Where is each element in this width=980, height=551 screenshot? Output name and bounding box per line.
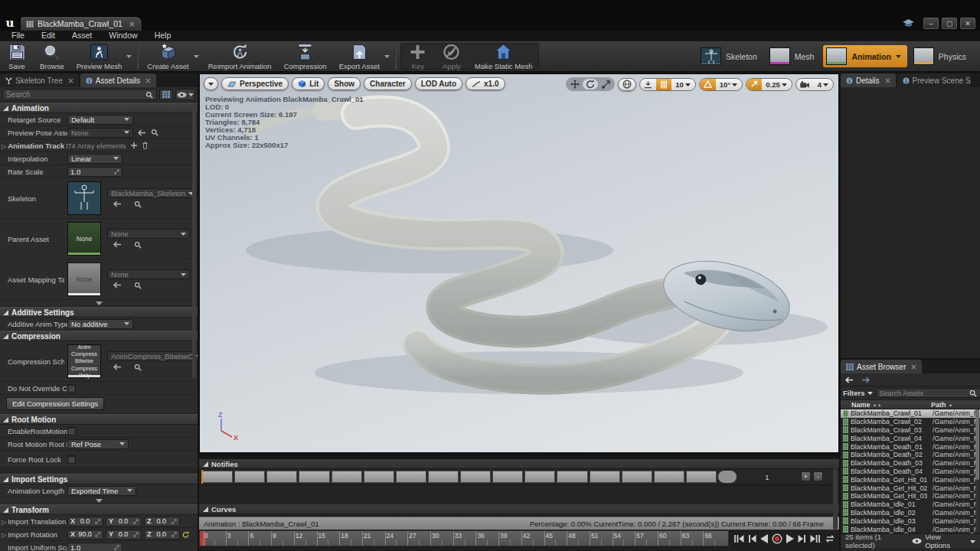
use-selected-icon[interactable] bbox=[113, 241, 122, 249]
notify-track-cell[interactable] bbox=[234, 471, 265, 483]
notify-track-cell[interactable] bbox=[364, 471, 394, 483]
tab-close-icon[interactable] bbox=[129, 21, 135, 27]
parent-asset-thumbnail[interactable]: None bbox=[67, 222, 101, 256]
lit-button[interactable]: Lit bbox=[292, 77, 325, 90]
asset-row-BlackMamba_Get_Hit_03[interactable]: BlackMamba_Get_Hit_03/Game/Anim_M bbox=[841, 492, 980, 500]
reset-to-default-icon[interactable] bbox=[182, 531, 189, 538]
record-button[interactable] bbox=[772, 533, 782, 544]
drag-spinner-icon[interactable] bbox=[114, 169, 119, 174]
rotation-z-input[interactable]: Z0.0 bbox=[144, 530, 180, 540]
grid-snap-value[interactable]: 10 bbox=[671, 80, 695, 89]
notify-playhead[interactable] bbox=[201, 470, 203, 484]
create-asset-button[interactable]: Create Asset bbox=[141, 42, 194, 71]
section-animation[interactable]: Animation bbox=[0, 103, 198, 113]
collapsed-arrow-icon[interactable]: ▷ bbox=[2, 532, 8, 539]
history-back-icon[interactable] bbox=[845, 377, 854, 383]
retarget-source-dropdown[interactable]: Default bbox=[67, 115, 133, 125]
preview-pose-dropdown[interactable]: None bbox=[67, 128, 133, 138]
drag-spinner-icon[interactable] bbox=[114, 545, 119, 550]
notify-track-cell[interactable] bbox=[622, 471, 652, 483]
asset-row-BlackMamba_Crawl_01[interactable]: BlackMamba_Crawl_01/Game/Anim_M bbox=[841, 409, 980, 418]
compression-scheme-thumbnail[interactable]: Anim Compress Bitwise Compress Only bbox=[67, 344, 101, 378]
enable-root-motion-checkbox[interactable] bbox=[67, 427, 76, 435]
asset-row-BlackMamba_Death_02[interactable]: BlackMamba_Death_02/Game/Anim_M bbox=[841, 451, 980, 459]
go-to-front-button[interactable] bbox=[733, 534, 744, 543]
close-button[interactable]: ✕ bbox=[960, 18, 975, 29]
surface-snap-button[interactable] bbox=[640, 79, 656, 90]
maximize-button[interactable]: ▢ bbox=[942, 18, 957, 29]
mode-animation-dropdown-icon[interactable] bbox=[896, 55, 901, 58]
camera-speed-button[interactable] bbox=[796, 79, 814, 90]
force-root-lock-checkbox[interactable] bbox=[67, 455, 76, 464]
asset-row-BlackMamba_Get_Hit_01[interactable]: BlackMamba_Get_Hit_01/Game/Anim_M bbox=[841, 475, 980, 484]
asset-row-BlackMamba_Death_03[interactable]: BlackMamba_Death_03/Game/Anim_M bbox=[841, 459, 980, 468]
animation-length-dropdown[interactable]: Exported Time bbox=[67, 486, 136, 496]
edit-compression-settings-button[interactable]: Edit Compression Settings bbox=[6, 397, 104, 410]
asset-row-BlackMamba_Crawl_04[interactable]: BlackMamba_Crawl_04/Game/Anim_M bbox=[841, 434, 980, 442]
asset-row-BlackMamba_Idle_04[interactable]: BlackMamba_Idle_04/Game/Anim_M bbox=[841, 525, 980, 533]
tab-close-icon[interactable] bbox=[68, 78, 74, 83]
rotation-snap-toggle[interactable] bbox=[700, 79, 716, 90]
notifies-header[interactable]: Notifies bbox=[199, 459, 839, 469]
key-button[interactable]: Key bbox=[401, 44, 435, 69]
show-button[interactable]: Show bbox=[328, 77, 361, 90]
menu-asset[interactable]: Asset bbox=[64, 31, 100, 41]
use-selected-icon[interactable] bbox=[138, 129, 146, 136]
section-root-motion[interactable]: Root Motion bbox=[0, 414, 198, 425]
export-asset-button[interactable]: Export Asset bbox=[333, 42, 386, 71]
browse-to-asset-icon[interactable] bbox=[134, 282, 142, 289]
tab-asset-details[interactable]: Asset Details bbox=[80, 73, 156, 87]
tab-skeleton-tree[interactable]: Skeleton Tree bbox=[0, 73, 79, 87]
compression-scheme-dropdown[interactable]: AnimCompress_BitwiseC bbox=[107, 351, 198, 361]
add-notify-track-button[interactable]: + bbox=[801, 471, 811, 481]
delete-elements-icon[interactable] bbox=[142, 142, 149, 149]
asset-row-BlackMamba_Death_01[interactable]: BlackMamba_Death_01/Game/Anim_M bbox=[841, 442, 980, 451]
root-motion-root-lock-dropdown[interactable]: Ref Pose bbox=[67, 439, 129, 449]
parent-asset-dropdown[interactable]: None bbox=[107, 229, 190, 239]
column-name[interactable]: Name ▲▲ bbox=[841, 401, 931, 409]
tab-close-icon[interactable] bbox=[911, 364, 916, 370]
loop-toggle-button[interactable] bbox=[825, 534, 835, 543]
frame-ruler[interactable]: 0369121518212427303336394245485154576063… bbox=[199, 530, 729, 546]
world-local-toggle-button[interactable] bbox=[618, 78, 636, 91]
category-expander[interactable] bbox=[0, 497, 198, 504]
menu-file[interactable]: File bbox=[3, 31, 33, 41]
go-to-end-button[interactable] bbox=[810, 534, 821, 543]
collapsed-arrow-icon[interactable]: ▷ bbox=[2, 143, 8, 150]
visibility-filter-button[interactable] bbox=[175, 89, 195, 100]
details-search-input[interactable] bbox=[6, 90, 145, 99]
mode-physics[interactable]: Physics bbox=[910, 45, 972, 67]
section-transform[interactable]: Transform bbox=[0, 504, 198, 515]
tab-close-icon[interactable] bbox=[145, 78, 151, 83]
viewport-options-button[interactable] bbox=[204, 77, 218, 90]
preview-viewport[interactable]: Perspective Lit Show Character LOD Auto … bbox=[199, 73, 839, 453]
mode-mesh[interactable]: Mesh bbox=[766, 45, 821, 67]
do-not-override-checkbox[interactable] bbox=[67, 384, 76, 393]
asset-row-BlackMamba_Crawl_02[interactable]: BlackMamba_Crawl_02/Game/Anim_M bbox=[841, 418, 980, 426]
step-forward-button[interactable] bbox=[798, 534, 806, 543]
tutorial-icon[interactable] bbox=[903, 19, 914, 28]
document-tab[interactable]: BlackMamba_Crawl_01 bbox=[20, 16, 142, 31]
step-backward-button[interactable] bbox=[748, 534, 756, 543]
notify-track-cell[interactable] bbox=[332, 471, 362, 483]
notify-track-cell[interactable] bbox=[460, 471, 491, 483]
notify-track-cell[interactable] bbox=[654, 471, 684, 483]
interpolation-dropdown[interactable]: Linear bbox=[67, 154, 122, 164]
reimport-animation-button[interactable]: Reimport Animation bbox=[202, 41, 278, 71]
mode-animation[interactable]: Animation bbox=[823, 45, 906, 67]
asset-mapping-dropdown[interactable]: None bbox=[107, 269, 190, 279]
apply-button[interactable]: Apply bbox=[435, 44, 469, 69]
collapsed-arrow-icon[interactable]: ▷ bbox=[2, 519, 8, 526]
browse-to-asset-icon[interactable] bbox=[151, 129, 158, 136]
notify-track-cell[interactable] bbox=[557, 471, 587, 483]
notifies-track[interactable]: 1 + - bbox=[199, 469, 839, 485]
use-selected-icon[interactable] bbox=[113, 364, 122, 371]
rate-scale-input[interactable]: 1.0 bbox=[67, 167, 122, 177]
translation-y-input[interactable]: Y0.0 bbox=[106, 517, 142, 527]
preview-mesh-button[interactable]: Preview Mesh bbox=[70, 42, 129, 71]
filters-button[interactable]: Filters bbox=[843, 389, 873, 397]
rotate-mode-button[interactable] bbox=[583, 79, 598, 90]
column-path[interactable]: Path ▲ bbox=[931, 401, 980, 409]
uniform-scale-input[interactable]: 1.0 bbox=[67, 543, 122, 551]
curves-header[interactable]: Curves bbox=[199, 504, 839, 514]
